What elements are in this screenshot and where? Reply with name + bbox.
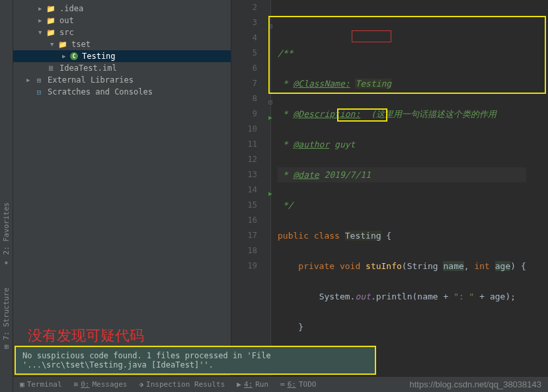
tree-label: Testing	[82, 52, 116, 61]
scratch-icon: ⊡	[34, 87, 44, 97]
tree-node-idea[interactable]: ▶ 📁 .idea	[13, 3, 231, 15]
todo-tool[interactable]: ≔ 6: TODO	[280, 380, 316, 389]
tool-window-rail: ★ 2: Favorites ⊞ 7: Structure	[0, 0, 13, 392]
tree-node-scratches[interactable]: ⊡ Scratches and Consoles	[13, 86, 231, 98]
tree-label: .idea	[59, 4, 83, 13]
chevron-right-icon: ▶	[38, 17, 44, 24]
package-icon: 📁	[58, 40, 67, 49]
tree-node-tset[interactable]: ▼ 📁 tset	[13, 38, 231, 50]
tree-label: External Libraries	[48, 75, 134, 85]
status-bar-message: No suspicious code found. 1 files proces…	[15, 346, 376, 375]
folder-icon: 📁	[46, 4, 56, 13]
inspection-tool[interactable]: ⬗ Inspection Results	[139, 380, 225, 389]
tree-label: out	[59, 16, 74, 25]
class-icon: C	[70, 52, 78, 60]
tree-node-testing[interactable]: ▶ C Testing	[13, 50, 231, 62]
chevron-right-icon: ▶	[38, 5, 44, 12]
tree-node-src[interactable]: ▼ 📁 src	[13, 26, 231, 38]
tree-label: Scratches and Consoles	[48, 87, 153, 97]
run-tool[interactable]: ▶ 4: Run	[237, 380, 268, 389]
tree-label: tset	[71, 40, 91, 49]
messages-tool[interactable]: ≡ 0: Messages	[74, 380, 128, 389]
code-editor[interactable]: 2 3 4 5 6 7 8 9 10 11 12 13 14 15 16 17 …	[231, 0, 548, 392]
annotation-chinese-text: 没有发现可疑代码	[28, 326, 144, 346]
tree-node-out[interactable]: ▶ 📁 out	[13, 15, 231, 26]
folder-icon: 📁	[46, 28, 56, 37]
watermark-url: https://blog.csdn.net/qq_38038143	[410, 379, 542, 389]
file-icon: 🗎	[46, 63, 56, 73]
structure-tab[interactable]: ⊞ 7: Structure	[2, 278, 11, 359]
chevron-down-icon: ▼	[50, 41, 56, 48]
code-area[interactable]: /** * @ClassName: Testing * @Description…	[271, 0, 526, 392]
terminal-tool[interactable]: ▣ Terminal	[20, 380, 62, 389]
tree-label: IdeaTest.iml	[59, 63, 117, 73]
chevron-right-icon: ▶	[26, 77, 32, 83]
chevron-down-icon: ▼	[38, 29, 44, 36]
line-gutter: 2 3 4 5 6 7 8 9 10 11 12 13 14 15 16 17 …	[231, 0, 271, 392]
library-icon: ⊞	[34, 75, 44, 85]
tree-label: src	[59, 28, 74, 37]
favorites-tab[interactable]: ★ 2: Favorites	[2, 192, 11, 278]
chevron-right-icon: ▶	[62, 53, 67, 59]
tree-node-iml[interactable]: 🗎 IdeaTest.iml	[13, 62, 231, 74]
folder-icon: 📁	[46, 16, 56, 25]
tree-node-external[interactable]: ▶ ⊞ External Libraries	[13, 74, 231, 86]
annotation-box-classname	[352, 30, 391, 42]
